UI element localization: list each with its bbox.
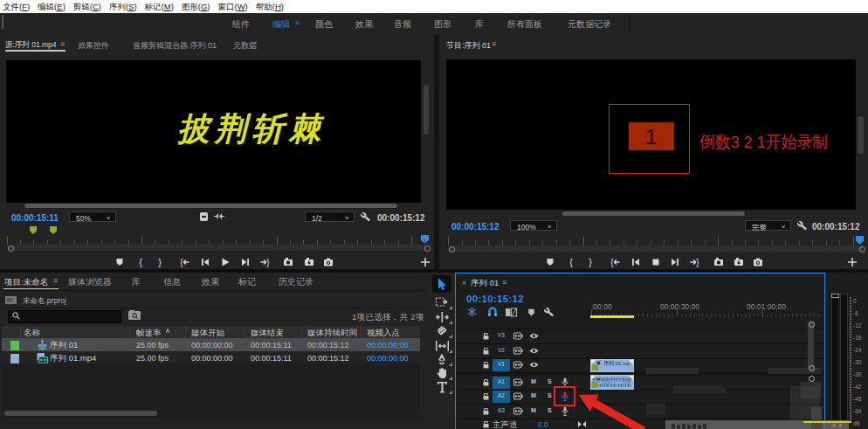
svg-text:}: } <box>696 258 699 267</box>
svg-text:}: } <box>266 258 270 267</box>
svg-text:}: } <box>589 257 592 267</box>
svg-text:}: } <box>158 257 162 267</box>
svg-text:{: { <box>610 258 614 267</box>
svg-text:{: { <box>569 257 573 267</box>
svg-text:{: { <box>180 258 183 267</box>
svg-text:{: { <box>139 257 142 267</box>
